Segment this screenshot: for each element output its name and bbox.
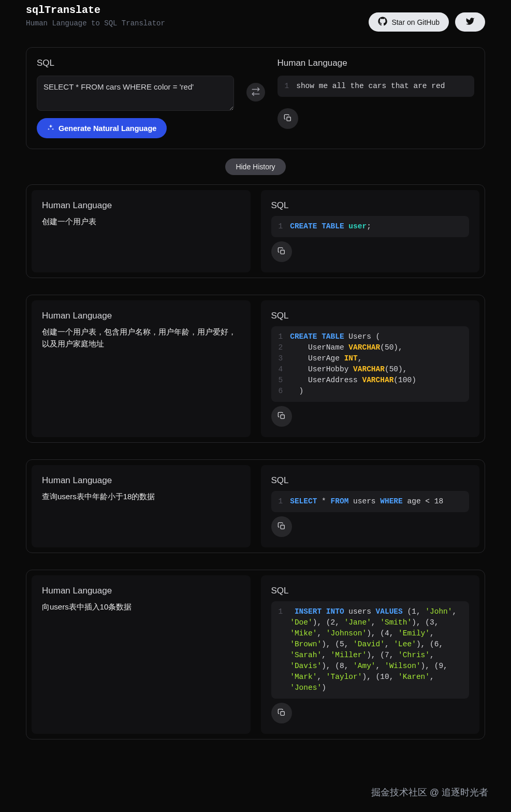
history-human-column: Human Language创建一个用户表，包含用户名称，用户年龄，用户爱好，以… [32, 300, 251, 437]
history-item: Human Language查询users表中年龄小于18的数据SQL1SELE… [26, 459, 485, 553]
history-sql-column: SQL1SELECT * FROM users WHERE age < 18 [261, 465, 480, 547]
copy-button[interactable] [271, 703, 292, 723]
svg-rect-3 [281, 525, 284, 529]
history-human-column: Human Language创建一个用户表 [32, 190, 251, 272]
svg-rect-4 [281, 712, 284, 715]
history-list: Human Language创建一个用户表SQL1CREATE TABLE us… [26, 184, 485, 740]
copy-icon [278, 522, 286, 532]
history-sql-label: SQL [271, 586, 470, 596]
github-label: Star on GitHub [391, 18, 440, 26]
history-human-label: Human Language [42, 200, 240, 211]
history-sql-text: INSERT INTO users VALUES (1, 'John', 'Do… [290, 606, 462, 693]
copy-icon [284, 114, 292, 124]
history-sql-code: 1SELECT * FROM users WHERE age < 18 [271, 491, 470, 512]
history-sql-label: SQL [271, 200, 470, 211]
hide-history-button[interactable]: Hide History [225, 158, 285, 175]
sparkle-icon [47, 124, 54, 133]
history-sql-code: 1 INSERT INTO users VALUES (1, 'John', '… [271, 601, 470, 699]
generate-label: Generate Natural Language [59, 124, 156, 133]
line-gutter: 1 [285, 81, 289, 92]
swap-icon [251, 87, 260, 98]
history-human-text: 创建一个用户表 [42, 216, 240, 228]
copy-button[interactable] [278, 108, 298, 129]
line-gutter: 1 [279, 496, 283, 507]
github-button[interactable]: Star on GitHub [369, 12, 449, 32]
history-item: Human Language创建一个用户表SQL1CREATE TABLE us… [26, 184, 485, 278]
header: sqlTranslate Human Language to SQL Trans… [26, 0, 485, 47]
history-sql-column: SQL1 INSERT INTO users VALUES (1, 'John'… [261, 575, 480, 734]
watermark: 掘金技术社区 @ 追逐时光者 [371, 786, 488, 799]
history-toggle-row: Hide History [26, 158, 485, 175]
history-sql-code: 1CREATE TABLE user; [271, 216, 470, 237]
svg-rect-1 [281, 250, 284, 254]
line-gutter: 1 [279, 221, 283, 232]
history-human-column: Human Language查询users表中年龄小于18的数据 [32, 465, 251, 547]
swap-button[interactable] [246, 83, 265, 102]
twitter-button[interactable] [455, 12, 485, 32]
history-human-text: 向users表中插入10条数据 [42, 601, 240, 613]
history-sql-text: CREATE TABLE user; [290, 221, 462, 232]
svg-rect-2 [281, 415, 284, 418]
copy-icon [278, 412, 286, 422]
history-sql-column: SQL1CREATE TABLE user; [261, 190, 480, 272]
sql-input-column: SQL Generate Natural Language [37, 58, 234, 138]
copy-button[interactable] [271, 516, 292, 537]
history-item: Human Language向users表中插入10条数据SQL1 INSERT… [26, 570, 485, 740]
app-subtitle: Human Language to SQL Translator [26, 19, 165, 27]
history-sql-column: SQL123456CREATE TABLE Users ( UserName V… [261, 300, 480, 437]
copy-icon [278, 247, 286, 257]
copy-icon [278, 708, 286, 718]
generate-button[interactable]: Generate Natural Language [37, 118, 167, 138]
svg-rect-0 [287, 117, 290, 121]
line-gutter: 1 [279, 606, 283, 693]
history-sql-code: 123456CREATE TABLE Users ( UserName VARC… [271, 326, 470, 402]
history-human-text: 创建一个用户表，包含用户名称，用户年龄，用户爱好，以及用户家庭地址 [42, 326, 240, 350]
twitter-icon [465, 17, 475, 27]
history-sql-label: SQL [271, 475, 470, 486]
title-block: sqlTranslate Human Language to SQL Trans… [26, 4, 165, 27]
history-sql-text: CREATE TABLE Users ( UserName VARCHAR(50… [290, 331, 462, 397]
history-human-column: Human Language向users表中插入10条数据 [32, 575, 251, 734]
history-sql-text: SELECT * FROM users WHERE age < 18 [290, 496, 462, 507]
history-human-label: Human Language [42, 586, 240, 596]
history-item: Human Language创建一个用户表，包含用户名称，用户年龄，用户爱好，以… [26, 295, 485, 443]
sql-input-label: SQL [37, 58, 234, 68]
header-buttons: Star on GitHub [369, 12, 485, 32]
line-gutter: 123456 [279, 331, 283, 397]
history-human-label: Human Language [42, 475, 240, 486]
history-human-label: Human Language [42, 311, 240, 321]
translator-card: SQL Generate Natural Language Human Lang… [26, 47, 485, 149]
human-output-text: show me all the cars that are red [296, 81, 467, 92]
human-output-column: Human Language 1 show me all the cars th… [278, 58, 475, 129]
app-title: sqlTranslate [26, 4, 165, 16]
sql-input[interactable] [37, 76, 234, 111]
human-output-code: 1 show me all the cars that are red [278, 76, 475, 97]
human-output-label: Human Language [278, 58, 475, 68]
history-human-text: 查询users表中年龄小于18的数据 [42, 491, 240, 503]
github-icon [378, 17, 387, 27]
history-sql-label: SQL [271, 311, 470, 321]
copy-button[interactable] [271, 241, 292, 262]
copy-button[interactable] [271, 406, 292, 427]
